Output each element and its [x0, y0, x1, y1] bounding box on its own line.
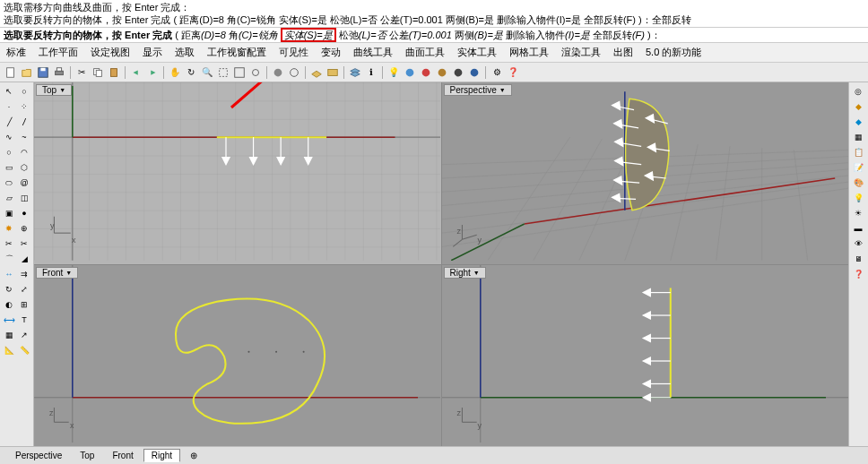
lights-icon[interactable]: 💡	[851, 191, 865, 205]
dim-icon[interactable]: ⟷	[2, 313, 16, 327]
named-views-icon[interactable]: 👁	[851, 236, 865, 251]
options-icon[interactable]: ⚙	[490, 65, 504, 80]
viewport-title-perspective[interactable]: Perspective▼	[444, 84, 512, 96]
new-icon[interactable]	[4, 65, 18, 80]
help-icon[interactable]: ❓	[506, 65, 520, 80]
viewport-top[interactable]: Top▼ y x	[34, 82, 441, 264]
menu-new-v5[interactable]: 5.0 的新功能	[643, 45, 704, 60]
menu-setview[interactable]: 设定视图	[88, 45, 133, 60]
menu-render-tools[interactable]: 渲染工具	[559, 45, 603, 60]
scale-icon[interactable]: ⤢	[17, 282, 31, 296]
zoom-sel-icon[interactable]	[248, 65, 263, 80]
texture-icon[interactable]	[451, 65, 465, 80]
analyze-icon[interactable]: 📐	[2, 343, 16, 357]
spiral-icon[interactable]: @	[17, 176, 31, 190]
tab-top[interactable]: Top	[72, 449, 102, 462]
cut-icon[interactable]: ✂	[74, 65, 89, 80]
interp-curve-icon[interactable]: ~	[17, 130, 31, 144]
sun-icon[interactable]: ☀	[851, 206, 865, 220]
undo-icon[interactable]	[129, 65, 143, 80]
layer3-icon[interactable]: ◆	[851, 115, 865, 129]
mirror-icon[interactable]: ◐	[2, 297, 16, 312]
open-icon[interactable]	[20, 65, 34, 80]
gradient-sphere-icon[interactable]	[419, 65, 433, 80]
menu-select[interactable]: 选取	[172, 45, 197, 60]
rotate-icon[interactable]: ↻	[2, 282, 16, 296]
menu-drafting[interactable]: 出图	[611, 45, 636, 60]
point-icon[interactable]: ·	[2, 99, 16, 114]
zoom-window-icon[interactable]	[216, 65, 230, 80]
menu-curve-tools[interactable]: 曲线工具	[351, 45, 395, 60]
mat-icon[interactable]: 🎨	[851, 176, 865, 190]
render-icon[interactable]	[403, 65, 417, 80]
tab-perspective[interactable]: Perspective	[7, 449, 70, 462]
osnap-icon[interactable]: ◎	[851, 84, 865, 99]
redo-icon[interactable]	[145, 65, 160, 80]
menu-display[interactable]: 显示	[140, 45, 165, 60]
viewport-perspective[interactable]: Perspective▼	[442, 82, 849, 264]
menu-surface-tools[interactable]: 曲面工具	[403, 45, 447, 60]
copy2-icon[interactable]: ⇉	[17, 267, 31, 281]
array-icon[interactable]: ⊞	[17, 297, 31, 312]
pointer-icon[interactable]: ↖	[2, 84, 16, 99]
viewport-title-front[interactable]: Front▼	[36, 267, 78, 279]
block-icon[interactable]: ▦	[851, 130, 865, 144]
env-icon[interactable]	[467, 65, 482, 80]
layer2-icon[interactable]: ◆	[851, 99, 865, 114]
lasso-icon[interactable]: ○	[17, 84, 31, 99]
cplane-icon[interactable]	[309, 65, 324, 80]
shade-icon[interactable]	[271, 65, 285, 80]
solid-option-highlight[interactable]: 实体(S)=是	[281, 28, 336, 42]
points-icon[interactable]: ⁘	[17, 99, 31, 114]
leader-icon[interactable]: ↗	[17, 328, 31, 342]
display-icon[interactable]: 🖥	[851, 252, 865, 266]
length-icon[interactable]: 📏	[17, 343, 31, 357]
menu-visibility[interactable]: 可见性	[276, 45, 311, 60]
tab-front[interactable]: Front	[104, 449, 141, 462]
polyline-icon[interactable]: 〳	[17, 115, 31, 129]
zoom-icon[interactable]: 🔍	[200, 65, 214, 80]
light-icon[interactable]: 💡	[386, 65, 401, 80]
box-icon[interactable]: ▣	[2, 206, 16, 220]
chamfer-icon[interactable]: ◢	[17, 252, 31, 266]
layer-icon[interactable]	[348, 65, 362, 80]
properties-icon[interactable]: ℹ	[364, 65, 378, 80]
pan-icon[interactable]: ✋	[168, 65, 182, 80]
command-prompt[interactable]: 选取要反转方向的物体，按 Enter 完成 ( 距离(D)=8 角(C)=锐角 …	[0, 28, 868, 43]
menu-transform[interactable]: 变动	[318, 45, 343, 60]
join-icon[interactable]: ⊕	[17, 221, 31, 236]
print-icon[interactable]	[52, 65, 66, 80]
viewport-right[interactable]: Right▼ z y	[442, 265, 849, 447]
named-cplane-icon[interactable]	[326, 65, 340, 80]
viewport-title-top[interactable]: Top▼	[36, 84, 72, 96]
trim-icon[interactable]: ✂	[2, 236, 16, 251]
surface-icon[interactable]: ▱	[2, 191, 16, 205]
viewport-title-right[interactable]: Right▼	[444, 267, 486, 279]
rotate-view-icon[interactable]: ↻	[184, 65, 198, 80]
viewport-front[interactable]: Front▼ z x	[34, 265, 441, 447]
wireframe-icon[interactable]	[287, 65, 301, 80]
arc-icon[interactable]: ◠	[17, 145, 31, 159]
move-icon[interactable]: ↔	[2, 267, 16, 281]
explode-icon[interactable]: ✸	[2, 221, 16, 236]
prop-icon[interactable]: 📋	[851, 145, 865, 159]
polygon-icon[interactable]: ⬡	[17, 160, 31, 175]
save-icon[interactable]	[36, 65, 50, 80]
sphere-icon[interactable]: ●	[17, 206, 31, 220]
text-icon[interactable]: T	[17, 313, 31, 327]
menu-standard[interactable]: 标准	[4, 45, 29, 60]
line-icon[interactable]: ╱	[2, 115, 16, 129]
ellipse-icon[interactable]: ⬭	[2, 176, 16, 190]
menu-solid-tools[interactable]: 实体工具	[455, 45, 499, 60]
groundplane-icon[interactable]: ▬	[851, 221, 865, 236]
extrude-icon[interactable]: ◫	[17, 191, 31, 205]
menu-mesh-tools[interactable]: 网格工具	[507, 45, 551, 60]
tab-add-icon[interactable]: ⊕	[182, 449, 205, 462]
zoom-extents-icon[interactable]	[232, 65, 247, 80]
split-icon[interactable]: ✂	[17, 236, 31, 251]
menu-viewport-layout[interactable]: 工作视窗配置	[204, 45, 269, 60]
notes-icon[interactable]: 📝	[851, 160, 865, 175]
circle-icon[interactable]: ○	[2, 145, 16, 159]
menu-cplane[interactable]: 工作平面	[36, 45, 81, 60]
help2-icon[interactable]: ❓	[851, 267, 865, 281]
